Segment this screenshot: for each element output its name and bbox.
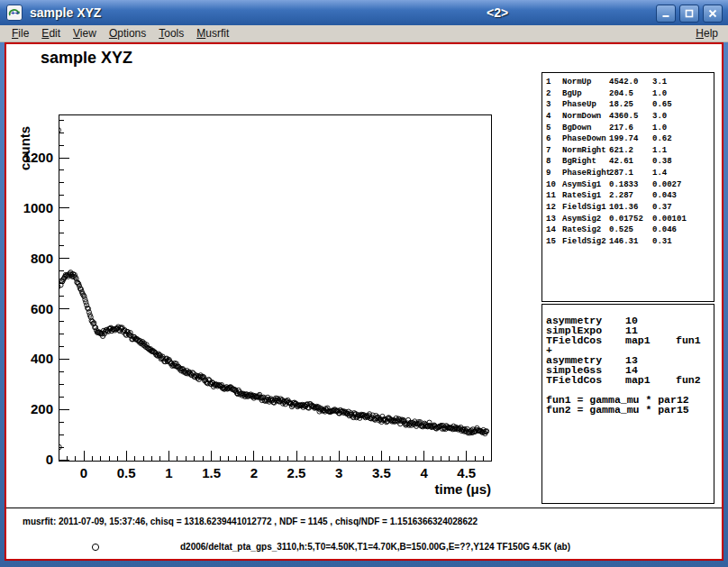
parameter-row: 8BgRight42.610.38 — [542, 156, 714, 168]
p-val: 199.74 — [609, 133, 638, 145]
minimize-button[interactable] — [656, 5, 676, 23]
p-val: 2.287 — [609, 190, 633, 202]
svg-text:2.5: 2.5 — [287, 465, 306, 480]
p-val: 4360.5 — [609, 111, 638, 123]
parameter-row: 15FieldSig2146.310.31 — [542, 236, 714, 248]
p-err: 0.38 — [652, 156, 672, 168]
p-name: NormDown — [562, 111, 601, 123]
p-no: 13 — [546, 214, 556, 225]
parameter-row: 11RateSig12.2870.043 — [542, 190, 714, 202]
function-text: fun2 = gamma_mu * par15 — [546, 405, 689, 415]
x-axis — [67, 451, 484, 461]
p-val: 0.01752 — [609, 214, 643, 225]
fit-status-line: musrfit: 2011-07-09, 15:37:46, chisq = 1… — [23, 517, 478, 526]
menu-view[interactable]: View — [67, 27, 103, 40]
p-name: NormUp — [562, 77, 591, 88]
p-no: 1 — [546, 77, 551, 88]
p-no: 11 — [546, 190, 556, 202]
p-val: 0.1833 — [609, 179, 638, 191]
p-name: BgDown — [562, 123, 591, 134]
close-button[interactable] — [703, 5, 723, 23]
p-err: 0.0027 — [652, 179, 681, 191]
p-val: 18.25 — [609, 99, 633, 111]
menubar: FileEditViewOptionsToolsMusrfitHelp — [0, 25, 728, 42]
p-val: 42.61 — [609, 156, 633, 168]
parameter-row: 3PhaseUp18.250.65 — [542, 99, 714, 111]
maximize-icon — [684, 8, 695, 19]
p-no: 4 — [546, 111, 551, 123]
plot-frame — [59, 114, 491, 461]
parameter-row: 1NormUp4542.03.1 — [542, 77, 714, 88]
p-val: 146.31 — [609, 236, 638, 248]
p-err: 0.65 — [652, 99, 672, 111]
svg-text:0.5: 0.5 — [117, 465, 136, 480]
t-3: fun2 — [676, 375, 701, 385]
p-no: 12 — [546, 202, 556, 214]
p-err: 1.4 — [652, 168, 667, 179]
p-err: 1.1 — [652, 145, 667, 157]
p-name: FieldSig1 — [562, 202, 606, 214]
root-app-icon: ++ — [6, 5, 23, 21]
p-name: RateSig2 — [562, 224, 601, 236]
parameter-row: 7NormRight621.21.1 — [542, 145, 714, 157]
menu-tools[interactable]: Tools — [152, 27, 190, 40]
svg-text:0: 0 — [46, 452, 53, 467]
theory-functions: fun1 = gamma_mu * par12fun2 = gamma_mu *… — [542, 395, 714, 415]
legend-entry: d2006/deltat_pta_gps_3110,h:5,T0=4.50K,T… — [180, 542, 570, 552]
p-no: 2 — [546, 88, 551, 100]
p-name: AsymSig1 — [562, 179, 601, 191]
function-line: fun2 = gamma_mu * par15 — [542, 405, 714, 415]
p-no: 8 — [546, 156, 551, 168]
p-err: 0.00101 — [652, 214, 687, 225]
p-name: AsymSig2 — [562, 214, 601, 225]
p-err: 3.1 — [652, 77, 667, 88]
p-name: FieldSig2 — [562, 236, 606, 248]
menu-musrfit[interactable]: Musrfit — [190, 27, 235, 40]
p-val: 217.6 — [609, 123, 633, 134]
svg-text:1000: 1000 — [23, 200, 53, 215]
svg-text:600: 600 — [31, 301, 53, 316]
svg-text:1200: 1200 — [23, 150, 53, 165]
p-val: 287.1 — [609, 168, 633, 179]
p-err: 0.62 — [652, 133, 672, 145]
p-val: 621.2 — [609, 145, 633, 157]
pad-separator — [6, 508, 722, 508]
t-2: map1 — [625, 375, 651, 385]
theory-box: asymmetry10simplExpo11TFieldCosmap1fun1+… — [541, 304, 714, 504]
parameter-row: 14RateSig20.5250.046 — [542, 224, 714, 236]
svg-text:1: 1 — [165, 465, 172, 480]
parameter-row: 2BgUp204.51.0 — [542, 88, 714, 100]
p-err: 0.043 — [652, 190, 677, 202]
menu-options[interactable]: Options — [103, 27, 152, 40]
titlebar[interactable]: ++ sample XYZ <2> — [0, 0, 728, 25]
maximize-button[interactable] — [679, 5, 699, 23]
t-1: TFieldCos — [546, 335, 602, 345]
svg-text:4: 4 — [420, 465, 428, 480]
root-canvas[interactable]: sample XYZ counts time (μs) 00.511.522.5… — [5, 42, 723, 561]
p-no: 7 — [546, 145, 551, 157]
p-name: PhaseUp — [562, 99, 596, 111]
p-name: PhaseDown — [562, 133, 606, 145]
svg-text:++: ++ — [11, 9, 20, 17]
window-title: sample XYZ — [30, 0, 101, 25]
y-axis — [59, 120, 69, 460]
parameter-row: 13AsymSig20.017520.00101 — [542, 214, 714, 225]
p-name: RateSig1 — [562, 190, 601, 202]
menu-edit[interactable]: Edit — [35, 27, 67, 40]
menu-file[interactable]: File — [5, 27, 35, 40]
p-err: 0.31 — [652, 236, 672, 248]
parameter-row: 9PhaseRight287.11.4 — [542, 168, 714, 179]
menu-help[interactable]: Help — [689, 27, 724, 40]
window-controls — [656, 5, 723, 23]
p-no: 6 — [546, 133, 551, 145]
p-name: PhaseRight — [562, 168, 611, 179]
data-points — [55, 128, 488, 450]
svg-text:800: 800 — [31, 251, 53, 266]
parameter-row: 4NormDown4360.53.0 — [542, 111, 714, 123]
svg-text:2: 2 — [250, 465, 258, 480]
plot-svg[interactable]: 00.511.522.533.544.502004006008001000120… — [6, 44, 538, 507]
parameter-row: 12FieldSig1101.360.37 — [542, 202, 714, 214]
svg-text:4.5: 4.5 — [457, 465, 476, 480]
svg-text:3: 3 — [335, 465, 342, 480]
p-err: 1.0 — [652, 123, 667, 134]
